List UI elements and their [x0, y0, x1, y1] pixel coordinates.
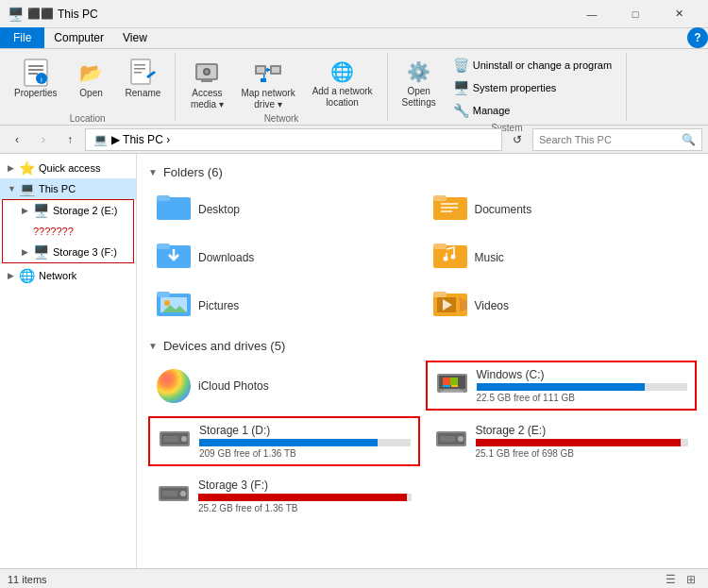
svg-rect-9	[134, 72, 142, 74]
access-media-label: Accessmedia ▾	[191, 88, 224, 110]
storage3-f-size: 25.2 GB free of 1.36 TB	[198, 503, 412, 513]
network-group-label: Network	[264, 113, 299, 124]
icloud-photos[interactable]: iCloud Photos	[148, 361, 420, 411]
folder-videos[interactable]: Videos	[425, 283, 698, 328]
expand-arrow-network: ▶	[8, 271, 19, 280]
network-group-items: Accessmedia ▾ Map networkdrive ▾ 🌐 Add a…	[183, 55, 379, 111]
network-label: Network	[39, 270, 76, 281]
downloads-folder-icon	[157, 240, 191, 275]
storage2-e-bar-bg	[476, 439, 689, 446]
drive-storage1-d[interactable]: Storage 1 (D:) 209 GB free of 1.36 TB	[148, 416, 420, 466]
storage1-d-name: Storage 1 (D:)	[199, 424, 411, 437]
add-network-button[interactable]: 🌐 Add a networklocation	[306, 55, 379, 111]
network-icon: 🌐	[19, 268, 35, 283]
sidebar-item-storage3[interactable]: ▶ 🖥️ Storage 3 (F:)	[3, 242, 133, 262]
maximize-button[interactable]: □	[614, 0, 657, 28]
ribbon-group-network: Accessmedia ▾ Map networkdrive ▾ 🌐 Add a…	[176, 53, 387, 121]
folder-documents[interactable]: Documents	[425, 187, 698, 231]
sidebar-item-error[interactable]: ???????	[3, 221, 133, 242]
storage2-icon: 🖥️	[33, 203, 49, 218]
sys-props-button[interactable]: 🖥️ System properties	[447, 77, 618, 98]
expand-arrow-storage2: ▶	[22, 206, 33, 215]
rename-button[interactable]: Rename	[119, 55, 168, 111]
close-button[interactable]: ✕	[657, 0, 700, 28]
rename-label: Rename	[126, 88, 161, 99]
storage3-f-icon	[157, 479, 191, 513]
storage1-d-icon	[158, 424, 192, 459]
documents-folder-name: Documents	[475, 203, 532, 216]
tab-file[interactable]: File	[0, 27, 44, 48]
sidebar-item-network[interactable]: ▶ 🌐 Network	[0, 265, 136, 286]
icloud-icon	[157, 369, 191, 403]
sidebar-item-storage2[interactable]: ▶ 🖥️ Storage 2 (E:)	[3, 200, 133, 221]
ribbon: File Computer View ? i Properties 📂 Open	[0, 28, 708, 126]
open-button[interactable]: 📂 Open	[68, 55, 115, 111]
drive-storage3-f[interactable]: Storage 3 (F:) 25.2 GB free of 1.36 TB	[148, 472, 420, 520]
map-network-button[interactable]: Map networkdrive ▾	[234, 55, 301, 111]
open-settings-button[interactable]: ⚙️ OpenSettings	[396, 55, 443, 111]
folder-music[interactable]: Music	[425, 235, 698, 279]
expand-arrow-storage3: ▶	[22, 247, 33, 257]
storage2-e-info: Storage 2 (E:) 25.1 GB free of 698 GB	[476, 424, 689, 459]
svg-rect-23	[157, 195, 170, 201]
search-box[interactable]: 🔍	[532, 128, 702, 151]
sidebar-item-quick-access[interactable]: ▶ ⭐ Quick access	[0, 158, 136, 178]
ribbon-tabs: File Computer View ?	[0, 28, 708, 49]
folder-downloads[interactable]: Downloads	[148, 235, 421, 279]
svg-point-13	[205, 70, 209, 74]
window-title: This PC	[58, 8, 570, 21]
svg-rect-18	[272, 67, 279, 73]
svg-rect-19	[261, 78, 266, 82]
svg-rect-3	[28, 73, 38, 75]
tab-computer[interactable]: Computer	[44, 27, 113, 48]
svg-point-34	[450, 255, 455, 260]
svg-rect-63	[162, 491, 177, 496]
devices-chevron[interactable]: ▼	[148, 341, 158, 351]
search-input[interactable]	[539, 134, 682, 145]
svg-rect-47	[441, 391, 464, 393]
expand-arrow: ▶	[8, 163, 19, 173]
minimize-button[interactable]: —	[570, 0, 614, 28]
refresh-button[interactable]: ↺	[506, 128, 529, 151]
pictures-folder-icon	[157, 288, 191, 323]
storage3-label: Storage 3 (F:)	[53, 246, 117, 258]
properties-button[interactable]: i Properties	[8, 55, 64, 111]
details-view-button[interactable]: ☰	[661, 571, 680, 588]
folders-chevron[interactable]: ▼	[148, 167, 158, 177]
up-button[interactable]: ↑	[59, 128, 81, 151]
svg-rect-16	[257, 67, 264, 73]
folder-desktop[interactable]: Desktop	[148, 187, 421, 231]
tab-view[interactable]: View	[113, 27, 157, 48]
access-media-button[interactable]: Accessmedia ▾	[183, 55, 230, 111]
manage-button[interactable]: 🔧 Manage	[447, 100, 618, 121]
storage2-label: Storage 2 (E:)	[53, 205, 117, 216]
folders-grid: Desktop Documents Downloads Music	[148, 187, 697, 328]
help-button[interactable]: ?	[687, 27, 708, 48]
open-label: Open	[79, 88, 102, 99]
svg-rect-36	[157, 292, 170, 297]
downloads-folder-name: Downloads	[198, 251, 254, 264]
item-count: 11 items	[8, 574, 47, 585]
quick-access-icon: ⭐	[19, 160, 35, 176]
address-path[interactable]: 💻 ▶ This PC ›	[85, 128, 502, 151]
title-bar: 🖥️ ⬛⬛ This PC — □ ✕	[0, 0, 708, 28]
map-network-icon	[253, 58, 283, 88]
storage2-e-size: 25.1 GB free of 698 GB	[476, 448, 689, 459]
drive-storage2-e[interactable]: Storage 2 (E:) 25.1 GB free of 698 GB	[426, 416, 698, 466]
open-icon: 📂	[76, 58, 107, 88]
forward-button[interactable]: ›	[32, 128, 55, 151]
storage1-d-bar-bg	[199, 439, 411, 446]
svg-rect-20	[263, 75, 265, 78]
sidebar-item-this-pc[interactable]: ▼ 💻 This PC	[0, 178, 136, 199]
svg-rect-25	[433, 195, 447, 201]
quick-access-label: Quick access	[39, 162, 100, 174]
back-button[interactable]: ‹	[6, 128, 28, 151]
view-buttons: ☰ ⊞	[661, 571, 700, 588]
folders-section-title: Folders (6)	[163, 165, 223, 179]
tiles-view-button[interactable]: ⊞	[682, 571, 700, 588]
path-text: ▶ This PC ›	[111, 133, 170, 146]
svg-text:i: i	[41, 76, 42, 84]
uninstall-button[interactable]: 🗑️ Uninstall or change a program	[447, 55, 618, 76]
folder-pictures[interactable]: Pictures	[148, 283, 421, 328]
drive-windows-c[interactable]: Windows (C:) 22.5 GB free of 111 GB	[426, 361, 698, 411]
